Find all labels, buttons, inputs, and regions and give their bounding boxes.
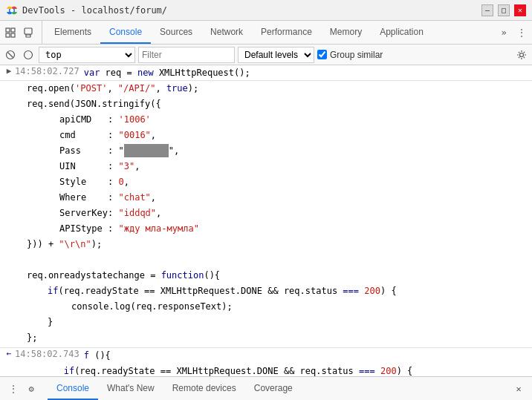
code-block: req.open('POST', "/API/", true); bbox=[0, 81, 532, 96]
bottom-tab-whats-new[interactable]: What's New bbox=[98, 377, 163, 400]
code-onready: req.onreadystatechange = function(){ bbox=[0, 268, 532, 283]
svg-rect-5 bbox=[11, 33, 15, 37]
bottom-tab-icons: ⋮ ⚙ bbox=[6, 381, 45, 396]
tab-performance[interactable]: Performance bbox=[252, 21, 321, 44]
title-bar: DevTools - localhost/forum/ — □ ✕ bbox=[0, 0, 532, 21]
code-if1: if(req.readyState == XMLHttpRequest.DONE… bbox=[0, 283, 532, 299]
svg-point-13 bbox=[520, 53, 524, 56]
code-closesemi: }; bbox=[0, 330, 532, 346]
devtools-menu-button[interactable]: ⋮ bbox=[514, 25, 529, 40]
svg-rect-7 bbox=[26, 35, 30, 37]
tab-console[interactable]: Console bbox=[100, 21, 151, 44]
log-level-selector[interactable]: Default levels bbox=[238, 47, 314, 63]
code-prop-apitype: APIStype : "жду мла-мумла" bbox=[0, 221, 532, 237]
toolbar: top Default levels Group similar bbox=[0, 45, 532, 65]
code-prop-apicmd: apiCMD : '1006' bbox=[0, 112, 532, 128]
code-line-send: req.send(JSON.stringify({ bbox=[0, 96, 532, 112]
close-drawer-button[interactable]: ✕ bbox=[511, 381, 526, 396]
code-prop-cmd: cmd : "0016", bbox=[0, 128, 532, 143]
return-indicator: ← bbox=[3, 349, 15, 358]
nav-tab-icon-group bbox=[3, 21, 42, 44]
svg-rect-3 bbox=[11, 28, 15, 32]
maximize-button[interactable]: □ bbox=[498, 4, 510, 16]
svg-point-1 bbox=[10, 8, 14, 12]
tab-sources[interactable]: Sources bbox=[151, 21, 201, 44]
code-prop-serverkey: ServerKey: "iddqd", bbox=[0, 206, 532, 221]
console-content: ▶ 14:58:02.727 var req = new XMLHttpRequ… bbox=[0, 65, 532, 376]
code-prop-style: Style : 0, bbox=[0, 174, 532, 190]
code-if2: if(req.readyState == XMLHttpRequest.DONE… bbox=[0, 364, 532, 376]
context-selector[interactable]: top bbox=[39, 47, 135, 63]
console-entry-1: ▶ 14:58:02.727 var req = new XMLHttpRequ… bbox=[0, 65, 532, 81]
more-tabs-button[interactable]: » bbox=[496, 25, 511, 40]
chrome-icon bbox=[6, 4, 18, 16]
bottom-menu-icon[interactable]: ⋮ bbox=[6, 381, 21, 396]
svg-point-12 bbox=[25, 50, 33, 59]
tab-elements[interactable]: Elements bbox=[45, 21, 100, 44]
svg-rect-2 bbox=[6, 28, 10, 32]
group-similar-label: Group similar bbox=[330, 50, 383, 60]
inspect-icon[interactable] bbox=[3, 25, 18, 40]
title-bar-left: DevTools - localhost/forum/ bbox=[6, 4, 167, 16]
code-prop-pass: Pass : " ", bbox=[0, 143, 532, 159]
group-similar-checkbox[interactable] bbox=[317, 50, 327, 59]
bottom-tab-console[interactable]: Console bbox=[48, 377, 98, 400]
filter-input[interactable] bbox=[138, 47, 235, 63]
tab-application[interactable]: Application bbox=[371, 21, 432, 44]
bottom-tab-remote-devices[interactable]: Remote devices bbox=[163, 377, 245, 400]
code-console1: console.log(req.responseText); bbox=[0, 299, 532, 315]
timestamp-2: 14:58:02.743 bbox=[15, 349, 80, 359]
tab-network[interactable]: Network bbox=[201, 21, 252, 44]
window-title: DevTools - localhost/forum/ bbox=[22, 5, 167, 16]
expand-indicator-1[interactable]: ▶ bbox=[3, 66, 15, 76]
console-settings-icon[interactable] bbox=[21, 47, 36, 62]
code-closing: })) + "\r\n"); bbox=[0, 237, 532, 252]
device-toggle-icon[interactable] bbox=[21, 25, 36, 40]
minimize-button[interactable]: — bbox=[481, 4, 493, 16]
window-controls: — □ ✕ bbox=[481, 4, 526, 16]
svg-line-11 bbox=[8, 52, 13, 57]
code-empty bbox=[0, 252, 532, 268]
code-prop-uin: UIN : "3", bbox=[0, 159, 532, 174]
code-line-1: var req = new XMLHttpRequest(); bbox=[84, 66, 529, 79]
tab-memory[interactable]: Memory bbox=[321, 21, 371, 44]
nav-tabs: Elements Console Sources Network Perform… bbox=[0, 21, 532, 45]
svg-rect-6 bbox=[25, 28, 32, 34]
code-prop-where: Where : "chat", bbox=[0, 190, 532, 206]
close-button[interactable]: ✕ bbox=[514, 4, 526, 16]
svg-rect-4 bbox=[6, 33, 10, 37]
bottom-tabs: ⋮ ⚙ Console What's New Remote devices Co… bbox=[0, 376, 532, 400]
code-close1: } bbox=[0, 315, 532, 330]
group-similar-checkbox-group: Group similar bbox=[317, 50, 383, 60]
console-gear-icon[interactable] bbox=[514, 47, 529, 62]
console-entry-2: ← 14:58:02.743 f (){ bbox=[0, 347, 532, 364]
bottom-tab-coverage[interactable]: Coverage bbox=[245, 377, 302, 400]
timestamp-1: 14:58:02.727 bbox=[15, 66, 80, 76]
clear-console-button[interactable] bbox=[3, 47, 18, 62]
bottom-settings-icon[interactable]: ⚙ bbox=[24, 381, 39, 396]
